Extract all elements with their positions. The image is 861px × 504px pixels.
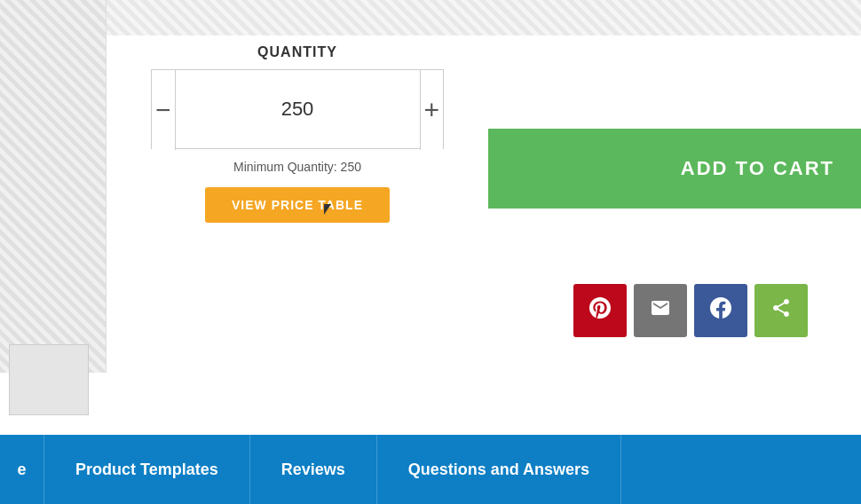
quantity-control: − +	[151, 69, 444, 149]
main-content: QUANTITY − + Minimum Quantity: 250 VIEW …	[0, 0, 861, 504]
quantity-label: QUANTITY	[138, 44, 457, 60]
tab-reviews-label: Reviews	[281, 461, 345, 479]
add-to-cart-button[interactable]: ADD TO CART	[488, 129, 861, 209]
social-share-buttons	[573, 284, 808, 337]
email-share-button[interactable]	[634, 284, 687, 337]
general-share-button[interactable]	[754, 284, 808, 337]
pinterest-icon	[589, 297, 611, 324]
quantity-decrement-button[interactable]: −	[152, 70, 176, 150]
tab-partial-left[interactable]: e	[0, 435, 44, 504]
minimum-quantity-text: Minimum Quantity: 250	[138, 160, 457, 174]
quantity-input[interactable]	[176, 70, 420, 148]
tab-qa-label: Questions and Answers	[408, 461, 589, 479]
left-panel	[0, 0, 107, 373]
view-price-table-button[interactable]: VIEW PRICE TABLE	[205, 187, 390, 223]
thumbnail-image	[9, 344, 89, 415]
tab-product-templates-label: Product Templates	[75, 461, 218, 479]
top-area	[0, 0, 861, 35]
quantity-increment-button[interactable]: +	[420, 70, 444, 150]
share-icon	[770, 297, 792, 324]
tab-questions-answers[interactable]: Questions and Answers	[377, 435, 621, 504]
pinterest-share-button[interactable]	[573, 284, 627, 337]
tab-reviews[interactable]: Reviews	[250, 435, 377, 504]
bottom-navigation-tabs: e Product Templates Reviews Questions an…	[0, 435, 861, 504]
left-panel-image	[0, 0, 106, 373]
facebook-share-button[interactable]	[694, 284, 747, 337]
email-icon	[650, 297, 671, 324]
tab-partial-label: e	[17, 461, 26, 479]
tab-product-templates[interactable]: Product Templates	[44, 435, 250, 504]
facebook-icon	[710, 297, 731, 324]
quantity-section: QUANTITY − + Minimum Quantity: 250 VIEW …	[138, 44, 457, 223]
